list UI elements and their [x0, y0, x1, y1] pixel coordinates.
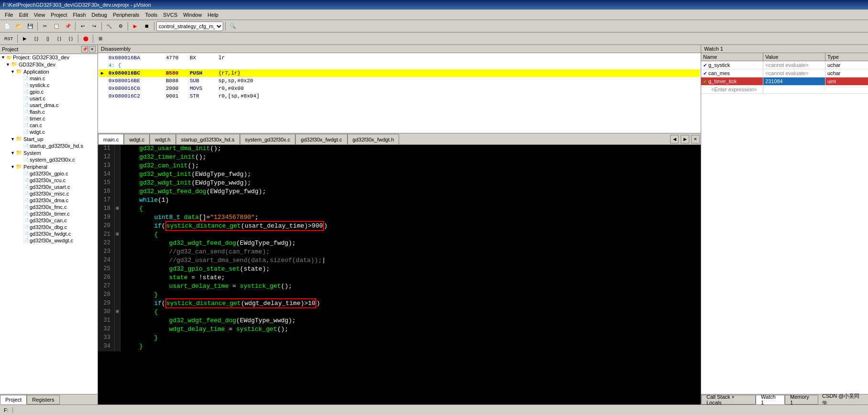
search-btn[interactable]: 🔍 [228, 21, 238, 32]
tree-wwdgt-periph[interactable]: 📄 gd32f30x_wwdgt.c [0, 237, 98, 244]
tree-systick-c[interactable]: 📄 systick.c [0, 82, 98, 88]
tree-can-periph[interactable]: 📄 gd32f30x_can.c [0, 217, 98, 224]
tree-fmc-periph[interactable]: 📄 gd32f30x_fmc.c [0, 204, 98, 210]
project-pin-btn[interactable]: 📌 [81, 46, 88, 53]
disassembly-content[interactable]: 0x080016BA 4770 BX lr 4: { ▶ 0x080016BC … [98, 53, 701, 131]
tab-startup-s[interactable]: startup_gd32f30x_hd.s [176, 134, 240, 144]
menu-project[interactable]: Project [48, 11, 70, 19]
watch-row-enter-expr[interactable]: <Enter expression> [701, 86, 868, 94]
new-btn[interactable]: 📄 [2, 21, 12, 32]
tree-startup-s[interactable]: 📄 startup_gd32f30x_hd.s [0, 142, 98, 149]
menu-peripherals[interactable]: Peripherals [110, 11, 142, 19]
tree-peripheral[interactable]: ▼ 📁 Peripheral [0, 163, 98, 170]
tree-dma-periph[interactable]: 📄 gd32f30x_dma.c [0, 197, 98, 204]
tree-application[interactable]: ▼ 📁 Application [0, 68, 98, 75]
menu-window[interactable]: Window [180, 11, 205, 19]
tree-rcu-periph[interactable]: 📄 gd32f30x_rcu.c [0, 177, 98, 184]
watch-row-g-timer-tick[interactable]: ✔ g_timer_tick 231084 uint [701, 77, 868, 86]
tabs-close[interactable]: ✕ [691, 135, 700, 143]
tab-project[interactable]: Project [0, 395, 27, 404]
tree-system-c[interactable]: 📄 system_gd32f30x.c [0, 156, 98, 163]
copy-btn[interactable]: 📋 [51, 21, 62, 32]
menu-view[interactable]: View [31, 11, 48, 19]
code-line-27: 27 usart_delay_time = systick_get(); [98, 283, 701, 291]
watch-row-can-mes[interactable]: ✔ can_mes <cannot evaluate> uchar [701, 69, 868, 77]
step2-btn[interactable]: { } [65, 33, 76, 44]
tab-call-stack[interactable]: Call Stack + Locals [701, 395, 756, 404]
tree-misc-periph[interactable]: 📄 gd32f30x_misc.c [0, 190, 98, 197]
menu-svcs[interactable]: SVCS [160, 11, 180, 19]
tabs-scroll-left[interactable]: ◀ [670, 135, 679, 143]
tree-dbg-periph[interactable]: 📄 gd32f30x_dbg.c [0, 224, 98, 230]
tree-usart-periph[interactable]: 📄 gd32f30x_usart.c [0, 184, 98, 190]
rebuild-btn[interactable]: ⚙ [115, 21, 126, 32]
debug-btn[interactable]: ▶ [130, 21, 141, 32]
menu-tools[interactable]: Tools [142, 11, 161, 19]
disasm-row: 0x080016BE B088 SUB sp,sp,#0x20 [99, 77, 700, 85]
code-tabs-bar: main.c wdgt.c wdgt.h startup_gd32f30x_hd… [98, 133, 701, 145]
tree-gpio-periph[interactable]: 📄 gd32f30x_gpio.c [0, 170, 98, 177]
disasm-row: 0x080016BA 4770 BX lr [99, 54, 700, 62]
undo-btn[interactable]: ↩ [77, 21, 88, 32]
menu-debug[interactable]: Debug [89, 11, 110, 19]
tree-usart-dma-c[interactable]: 📄 usart_dma.c [0, 102, 98, 109]
save-btn[interactable]: 💾 [25, 21, 35, 32]
tree-main-c[interactable]: 📄 main.c [0, 75, 98, 82]
tree-gd32[interactable]: ▼ 📁 GD32F30x_dev [0, 61, 98, 68]
menu-flash[interactable]: Flash [70, 11, 89, 19]
tree-wdgt-c[interactable]: 📄 wdgt.c [0, 129, 98, 135]
menu-help[interactable]: Help [205, 11, 221, 19]
tree-system[interactable]: ▼ 📁 System [0, 149, 98, 156]
menu-file[interactable]: File [2, 11, 16, 19]
code-line-21: 21 ▣ { [98, 231, 701, 240]
step-out-btn[interactable]: { } [54, 33, 65, 44]
code-line-18: 18 ▣ { [98, 205, 701, 214]
tab-memory-1[interactable]: Memory 1 [785, 395, 818, 404]
watch-row-g-systick[interactable]: ✔ g_systick <cannot evaluate> uchar [701, 61, 868, 69]
tab-wdgt-c[interactable]: wdgt.c [124, 134, 150, 144]
watch-col-type: Type [825, 53, 864, 61]
tree-gpio-c[interactable]: 📄 gpio.c [0, 88, 98, 95]
project-controls: 📌 ✕ [81, 46, 96, 53]
tree-timer-c[interactable]: 📄 timer.c [0, 115, 98, 122]
cut-btn[interactable]: ✂ [40, 21, 50, 32]
disasm-row-current: ▶ 0x080016BC B580 PUSH {r7,lr} [99, 69, 700, 77]
tab-system-c[interactable]: system_gd32f30x.c [240, 134, 296, 144]
paste-btn[interactable]: 📌 [63, 21, 73, 32]
code-line-16: 16 gd32_wdgt_feed_dog(EWdgType_fwdg); [98, 188, 701, 197]
tab-watch-1[interactable]: Watch 1 [756, 395, 785, 404]
tree-startup[interactable]: ▼ 📁 Start_up [0, 135, 98, 142]
code-line-31: 31 gd32_wdgt_feed_dog(EWdgType_wwdg); [98, 317, 701, 326]
tabs-scroll-right[interactable]: ▶ [681, 135, 689, 143]
stop-btn[interactable]: ⏹ [141, 21, 152, 32]
tab-registers[interactable]: Registers [27, 395, 59, 404]
step-btn[interactable]: {;} [31, 33, 42, 44]
target-select[interactable]: control_strategy_cfg_m_... [156, 22, 223, 31]
code-editor[interactable]: 11 gd32_usart_dma_init(); 12 gd32_timer_… [98, 145, 701, 404]
menu-edit[interactable]: Edit [16, 11, 31, 19]
redo-btn[interactable]: ↪ [89, 21, 99, 32]
bp-btn[interactable]: ⬤ [80, 33, 91, 44]
code-line-26: 26 state = !state; [98, 274, 701, 283]
tab-main-c[interactable]: main.c [98, 134, 124, 144]
tab-fwdgt-h[interactable]: gd32f30x_fwdgt.h [347, 134, 400, 144]
step-over-btn[interactable]: {} [43, 33, 53, 44]
view-mode-btn[interactable]: ⊞ [95, 33, 106, 44]
tree-usart-c[interactable]: 📄 usart.c [0, 95, 98, 102]
watch-label: Watch 1 [704, 46, 723, 52]
tree-can-c[interactable]: 📄 can.c [0, 122, 98, 129]
project-close-btn[interactable]: ✕ [89, 46, 96, 53]
tab-wdgt-h[interactable]: wdgt.h [150, 134, 175, 144]
tree-flash-c[interactable]: 📄 flash.c [0, 109, 98, 115]
build-btn[interactable]: 🔨 [104, 21, 114, 32]
tree-timer-periph[interactable]: 📄 gd32f30x_timer.c [0, 210, 98, 217]
code-line-13: 13 gd32_can_init(); [98, 162, 701, 171]
tree-fwdgt-periph[interactable]: 📄 gd32f30x_fwdgt.c [0, 230, 98, 237]
open-btn[interactable]: 📂 [13, 21, 24, 32]
run-btn[interactable]: ▶ [20, 33, 30, 44]
watch-table: Name Value Type ✔ g_systick <cannot eval… [701, 53, 868, 394]
tree-root[interactable]: ▼ 📁 Project: GD32F303_dev [0, 54, 98, 61]
rst-btn[interactable]: RST [2, 33, 15, 44]
tab-fwdgt-c[interactable]: gd32f30x_fwdgt.c [295, 134, 347, 144]
title-bar: F:\KeilProject\GD32F303_dev\GD32F30x_dev… [0, 0, 868, 10]
